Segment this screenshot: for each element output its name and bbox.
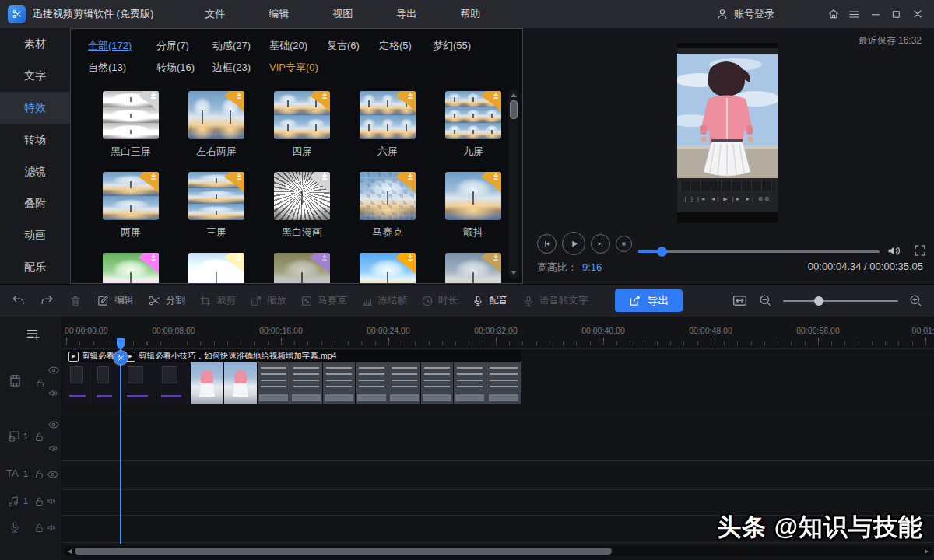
effect-thumbnail[interactable]: [445, 172, 501, 220]
volume-icon[interactable]: [886, 243, 902, 259]
menu-view[interactable]: 视图: [311, 0, 374, 28]
effect-thumbnail[interactable]: [188, 91, 244, 139]
tab-basic[interactable]: 基础(20): [269, 39, 327, 53]
text-track-lock-icon[interactable]: [33, 468, 45, 480]
tab-border[interactable]: 边框(23): [212, 61, 269, 75]
voiceover-button[interactable]: 配音: [472, 294, 508, 307]
effect-card[interactable]: 两屏: [88, 172, 174, 253]
effect-card[interactable]: 颤抖: [430, 172, 516, 253]
zoom-out-icon[interactable]: [758, 293, 773, 308]
timeline-zoom-slider[interactable]: [783, 300, 898, 302]
play-button[interactable]: [562, 232, 585, 255]
menu-help[interactable]: 帮助: [438, 0, 502, 28]
split-button[interactable]: 分割: [148, 294, 185, 307]
tab-vip[interactable]: VIP专享(0): [269, 61, 327, 75]
account-login-button[interactable]: 账号登录: [716, 7, 774, 21]
speech-to-text-button[interactable]: 语音转文字: [522, 294, 588, 307]
menu-export[interactable]: 导出: [374, 0, 438, 28]
effect-thumbnail[interactable]: [188, 172, 244, 220]
effect-card[interactable]: 三屏: [174, 172, 259, 253]
effect-thumbnail[interactable]: [274, 91, 330, 139]
tab-freeze[interactable]: 定格(5): [379, 39, 433, 53]
effect-thumbnail[interactable]: [360, 172, 416, 220]
previous-frame-button[interactable]: [537, 234, 557, 254]
progress-handle[interactable]: [657, 247, 667, 257]
minimize-button[interactable]: [865, 0, 886, 28]
maximize-button[interactable]: [886, 0, 907, 28]
effect-card-clipped[interactable]: [430, 253, 516, 284]
duration-button[interactable]: 时长: [421, 294, 458, 307]
zoom-in-icon[interactable]: [908, 293, 923, 308]
effects-scrollbar[interactable]: [508, 89, 518, 278]
voiceover-track-speaker-icon[interactable]: [46, 522, 58, 534]
delete-button[interactable]: [68, 294, 83, 308]
effect-thumbnail[interactable]: [445, 253, 501, 284]
scrollbar-thumb[interactable]: [510, 100, 518, 119]
scroll-down-arrow-icon[interactable]: [511, 271, 517, 275]
menu-edit[interactable]: 编辑: [247, 0, 311, 28]
effect-card-clipped[interactable]: [345, 253, 430, 284]
tab-transition[interactable]: 转场(16): [156, 61, 212, 75]
effect-thumbnail[interactable]: [188, 253, 244, 284]
video-track-eye-icon[interactable]: [47, 364, 60, 376]
fullscreen-icon[interactable]: [913, 243, 927, 257]
scroll-left-arrow-icon[interactable]: [68, 549, 72, 554]
effect-thumbnail[interactable]: [103, 172, 159, 220]
redo-button[interactable]: [40, 293, 54, 308]
home-button[interactable]: [823, 0, 844, 28]
sidebar-item-animation[interactable]: 动画: [0, 219, 70, 251]
effect-card-clipped[interactable]: [88, 253, 174, 284]
effect-thumbnail[interactable]: [103, 253, 159, 284]
effect-thumbnail[interactable]: [274, 172, 330, 220]
sidebar-item-music[interactable]: 配乐: [0, 251, 70, 283]
close-button[interactable]: [907, 0, 928, 28]
add-track-icon[interactable]: [25, 326, 41, 342]
scale-button[interactable]: 缩放: [250, 294, 286, 307]
effect-card[interactable]: 马赛克: [345, 172, 430, 253]
effect-card[interactable]: 黑白三屏: [88, 91, 174, 172]
freeze-frame-button[interactable]: 冻结帧: [361, 294, 408, 307]
tab-nature[interactable]: 自然(13): [88, 61, 156, 75]
voiceover-track-lock-icon[interactable]: [33, 522, 45, 534]
video-track-speaker-icon[interactable]: [47, 387, 59, 399]
timeline-horizontal-scrollbar[interactable]: [64, 546, 932, 556]
text-track-eye-icon[interactable]: [47, 468, 59, 481]
tab-all[interactable]: 全部(172): [88, 39, 156, 53]
effect-card[interactable]: 四屏: [259, 91, 345, 172]
effect-thumbnail[interactable]: [360, 91, 416, 139]
mosaic-button[interactable]: 马赛克: [300, 294, 347, 307]
music-track-speaker-icon[interactable]: [46, 495, 58, 507]
video-track-lock-icon[interactable]: [34, 377, 46, 389]
next-frame-button[interactable]: [591, 234, 610, 254]
effect-thumbnail[interactable]: [445, 91, 501, 139]
scroll-right-arrow-icon[interactable]: [925, 549, 929, 554]
effect-card[interactable]: 九屏: [430, 91, 516, 172]
effect-card-clipped[interactable]: [174, 253, 259, 284]
undo-button[interactable]: [11, 293, 26, 308]
fit-timeline-icon[interactable]: [732, 292, 748, 309]
tab-retro[interactable]: 复古(6): [327, 39, 379, 53]
sidebar-item-transitions[interactable]: 转场: [0, 124, 70, 156]
timeline-ruler[interactable]: 00:00:00.00 00:00:08.00 00:00:16.00 00:0…: [62, 317, 934, 348]
video-clip-segment-2[interactable]: 剪辑必看小技巧，如何快速准确地给视频增加字幕.mp4: [123, 350, 521, 404]
effect-card-clipped[interactable]: [259, 253, 345, 284]
effect-thumbnail[interactable]: [103, 91, 159, 139]
tab-dream[interactable]: 梦幻(55): [433, 39, 522, 53]
stop-button[interactable]: [616, 236, 632, 252]
playback-progress-bar[interactable]: [638, 250, 880, 253]
export-button[interactable]: 导出: [615, 289, 683, 312]
effect-card[interactable]: 左右两屏: [174, 91, 259, 172]
pip-track-lock-icon[interactable]: [33, 431, 45, 443]
aspect-ratio-control[interactable]: 宽高比：9:16: [537, 261, 602, 275]
sidebar-item-text[interactable]: 文字: [0, 60, 70, 92]
sidebar-item-effects[interactable]: 特效: [0, 92, 70, 124]
scrollbar-thumb[interactable]: [75, 548, 612, 555]
effect-thumbnail[interactable]: [274, 253, 330, 284]
effect-card[interactable]: 六屏: [345, 91, 430, 172]
pip-track-eye-icon[interactable]: [47, 418, 60, 431]
sidebar-item-filters[interactable]: 滤镜: [0, 156, 70, 187]
pip-track-speaker-icon[interactable]: [47, 443, 59, 454]
tab-splitscreen[interactable]: 分屏(7): [156, 39, 212, 53]
playhead-scissors-icon[interactable]: [114, 351, 128, 365]
crop-button[interactable]: 裁剪: [199, 294, 236, 307]
